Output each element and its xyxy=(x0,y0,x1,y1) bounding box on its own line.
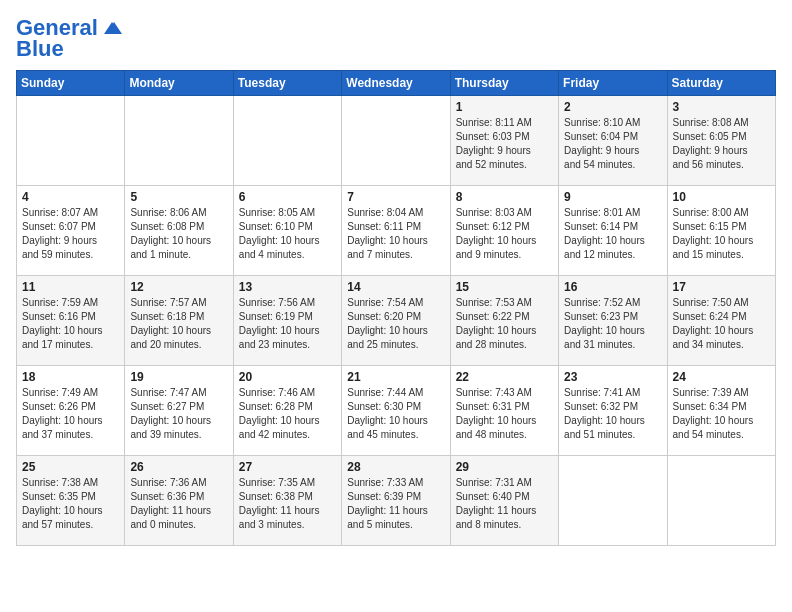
day-number: 11 xyxy=(22,280,119,294)
day-info: Sunrise: 7:54 AM Sunset: 6:20 PM Dayligh… xyxy=(347,296,444,352)
day-info: Sunrise: 8:03 AM Sunset: 6:12 PM Dayligh… xyxy=(456,206,553,262)
logo: General Blue xyxy=(16,16,124,62)
calendar-cell: 11Sunrise: 7:59 AM Sunset: 6:16 PM Dayli… xyxy=(17,276,125,366)
day-info: Sunrise: 7:47 AM Sunset: 6:27 PM Dayligh… xyxy=(130,386,227,442)
calendar-cell: 15Sunrise: 7:53 AM Sunset: 6:22 PM Dayli… xyxy=(450,276,558,366)
day-number: 7 xyxy=(347,190,444,204)
day-number: 19 xyxy=(130,370,227,384)
day-header-monday: Monday xyxy=(125,71,233,96)
calendar-week-3: 11Sunrise: 7:59 AM Sunset: 6:16 PM Dayli… xyxy=(17,276,776,366)
calendar-cell: 5Sunrise: 8:06 AM Sunset: 6:08 PM Daylig… xyxy=(125,186,233,276)
day-number: 14 xyxy=(347,280,444,294)
day-header-saturday: Saturday xyxy=(667,71,775,96)
calendar-cell: 24Sunrise: 7:39 AM Sunset: 6:34 PM Dayli… xyxy=(667,366,775,456)
day-header-friday: Friday xyxy=(559,71,667,96)
calendar-cell: 14Sunrise: 7:54 AM Sunset: 6:20 PM Dayli… xyxy=(342,276,450,366)
day-info: Sunrise: 7:52 AM Sunset: 6:23 PM Dayligh… xyxy=(564,296,661,352)
calendar-cell: 26Sunrise: 7:36 AM Sunset: 6:36 PM Dayli… xyxy=(125,456,233,546)
day-header-wednesday: Wednesday xyxy=(342,71,450,96)
calendar-cell: 9Sunrise: 8:01 AM Sunset: 6:14 PM Daylig… xyxy=(559,186,667,276)
day-number: 17 xyxy=(673,280,770,294)
day-info: Sunrise: 7:44 AM Sunset: 6:30 PM Dayligh… xyxy=(347,386,444,442)
day-number: 26 xyxy=(130,460,227,474)
calendar-cell: 10Sunrise: 8:00 AM Sunset: 6:15 PM Dayli… xyxy=(667,186,775,276)
day-number: 23 xyxy=(564,370,661,384)
day-number: 27 xyxy=(239,460,336,474)
day-number: 3 xyxy=(673,100,770,114)
calendar-week-2: 4Sunrise: 8:07 AM Sunset: 6:07 PM Daylig… xyxy=(17,186,776,276)
day-info: Sunrise: 7:33 AM Sunset: 6:39 PM Dayligh… xyxy=(347,476,444,532)
day-info: Sunrise: 7:35 AM Sunset: 6:38 PM Dayligh… xyxy=(239,476,336,532)
day-number: 2 xyxy=(564,100,661,114)
calendar-cell: 6Sunrise: 8:05 AM Sunset: 6:10 PM Daylig… xyxy=(233,186,341,276)
calendar-week-1: 1Sunrise: 8:11 AM Sunset: 6:03 PM Daylig… xyxy=(17,96,776,186)
day-info: Sunrise: 8:07 AM Sunset: 6:07 PM Dayligh… xyxy=(22,206,119,262)
day-number: 15 xyxy=(456,280,553,294)
day-info: Sunrise: 7:36 AM Sunset: 6:36 PM Dayligh… xyxy=(130,476,227,532)
calendar-cell: 19Sunrise: 7:47 AM Sunset: 6:27 PM Dayli… xyxy=(125,366,233,456)
day-info: Sunrise: 7:46 AM Sunset: 6:28 PM Dayligh… xyxy=(239,386,336,442)
calendar-cell: 16Sunrise: 7:52 AM Sunset: 6:23 PM Dayli… xyxy=(559,276,667,366)
day-number: 24 xyxy=(673,370,770,384)
day-number: 5 xyxy=(130,190,227,204)
calendar-cell xyxy=(233,96,341,186)
day-header-sunday: Sunday xyxy=(17,71,125,96)
day-info: Sunrise: 7:41 AM Sunset: 6:32 PM Dayligh… xyxy=(564,386,661,442)
day-number: 1 xyxy=(456,100,553,114)
calendar-cell: 17Sunrise: 7:50 AM Sunset: 6:24 PM Dayli… xyxy=(667,276,775,366)
calendar-cell: 12Sunrise: 7:57 AM Sunset: 6:18 PM Dayli… xyxy=(125,276,233,366)
day-number: 10 xyxy=(673,190,770,204)
day-info: Sunrise: 7:31 AM Sunset: 6:40 PM Dayligh… xyxy=(456,476,553,532)
day-number: 25 xyxy=(22,460,119,474)
day-info: Sunrise: 7:57 AM Sunset: 6:18 PM Dayligh… xyxy=(130,296,227,352)
calendar-cell: 7Sunrise: 8:04 AM Sunset: 6:11 PM Daylig… xyxy=(342,186,450,276)
day-number: 16 xyxy=(564,280,661,294)
day-info: Sunrise: 8:06 AM Sunset: 6:08 PM Dayligh… xyxy=(130,206,227,262)
day-info: Sunrise: 8:11 AM Sunset: 6:03 PM Dayligh… xyxy=(456,116,553,172)
day-info: Sunrise: 7:38 AM Sunset: 6:35 PM Dayligh… xyxy=(22,476,119,532)
calendar-cell: 21Sunrise: 7:44 AM Sunset: 6:30 PM Dayli… xyxy=(342,366,450,456)
calendar-cell: 20Sunrise: 7:46 AM Sunset: 6:28 PM Dayli… xyxy=(233,366,341,456)
day-info: Sunrise: 8:05 AM Sunset: 6:10 PM Dayligh… xyxy=(239,206,336,262)
calendar-cell: 22Sunrise: 7:43 AM Sunset: 6:31 PM Dayli… xyxy=(450,366,558,456)
calendar-cell: 23Sunrise: 7:41 AM Sunset: 6:32 PM Dayli… xyxy=(559,366,667,456)
day-number: 18 xyxy=(22,370,119,384)
day-info: Sunrise: 7:50 AM Sunset: 6:24 PM Dayligh… xyxy=(673,296,770,352)
calendar-cell xyxy=(342,96,450,186)
calendar-cell: 18Sunrise: 7:49 AM Sunset: 6:26 PM Dayli… xyxy=(17,366,125,456)
calendar-header-row: SundayMondayTuesdayWednesdayThursdayFrid… xyxy=(17,71,776,96)
calendar-cell: 8Sunrise: 8:03 AM Sunset: 6:12 PM Daylig… xyxy=(450,186,558,276)
day-info: Sunrise: 7:49 AM Sunset: 6:26 PM Dayligh… xyxy=(22,386,119,442)
calendar-week-4: 18Sunrise: 7:49 AM Sunset: 6:26 PM Dayli… xyxy=(17,366,776,456)
day-number: 6 xyxy=(239,190,336,204)
day-header-thursday: Thursday xyxy=(450,71,558,96)
day-number: 13 xyxy=(239,280,336,294)
day-info: Sunrise: 7:53 AM Sunset: 6:22 PM Dayligh… xyxy=(456,296,553,352)
calendar-cell: 13Sunrise: 7:56 AM Sunset: 6:19 PM Dayli… xyxy=(233,276,341,366)
day-header-tuesday: Tuesday xyxy=(233,71,341,96)
day-info: Sunrise: 8:04 AM Sunset: 6:11 PM Dayligh… xyxy=(347,206,444,262)
day-number: 29 xyxy=(456,460,553,474)
day-info: Sunrise: 7:43 AM Sunset: 6:31 PM Dayligh… xyxy=(456,386,553,442)
calendar-cell: 29Sunrise: 7:31 AM Sunset: 6:40 PM Dayli… xyxy=(450,456,558,546)
calendar-cell: 2Sunrise: 8:10 AM Sunset: 6:04 PM Daylig… xyxy=(559,96,667,186)
day-info: Sunrise: 7:39 AM Sunset: 6:34 PM Dayligh… xyxy=(673,386,770,442)
calendar-cell xyxy=(17,96,125,186)
calendar-cell: 3Sunrise: 8:08 AM Sunset: 6:05 PM Daylig… xyxy=(667,96,775,186)
calendar-cell: 27Sunrise: 7:35 AM Sunset: 6:38 PM Dayli… xyxy=(233,456,341,546)
day-number: 21 xyxy=(347,370,444,384)
day-number: 20 xyxy=(239,370,336,384)
calendar-cell: 1Sunrise: 8:11 AM Sunset: 6:03 PM Daylig… xyxy=(450,96,558,186)
day-number: 9 xyxy=(564,190,661,204)
day-number: 8 xyxy=(456,190,553,204)
calendar-cell xyxy=(559,456,667,546)
day-number: 22 xyxy=(456,370,553,384)
day-info: Sunrise: 7:56 AM Sunset: 6:19 PM Dayligh… xyxy=(239,296,336,352)
day-number: 28 xyxy=(347,460,444,474)
day-info: Sunrise: 8:10 AM Sunset: 6:04 PM Dayligh… xyxy=(564,116,661,172)
day-number: 12 xyxy=(130,280,227,294)
day-info: Sunrise: 8:01 AM Sunset: 6:14 PM Dayligh… xyxy=(564,206,661,262)
day-info: Sunrise: 8:08 AM Sunset: 6:05 PM Dayligh… xyxy=(673,116,770,172)
day-info: Sunrise: 8:00 AM Sunset: 6:15 PM Dayligh… xyxy=(673,206,770,262)
calendar-cell xyxy=(667,456,775,546)
